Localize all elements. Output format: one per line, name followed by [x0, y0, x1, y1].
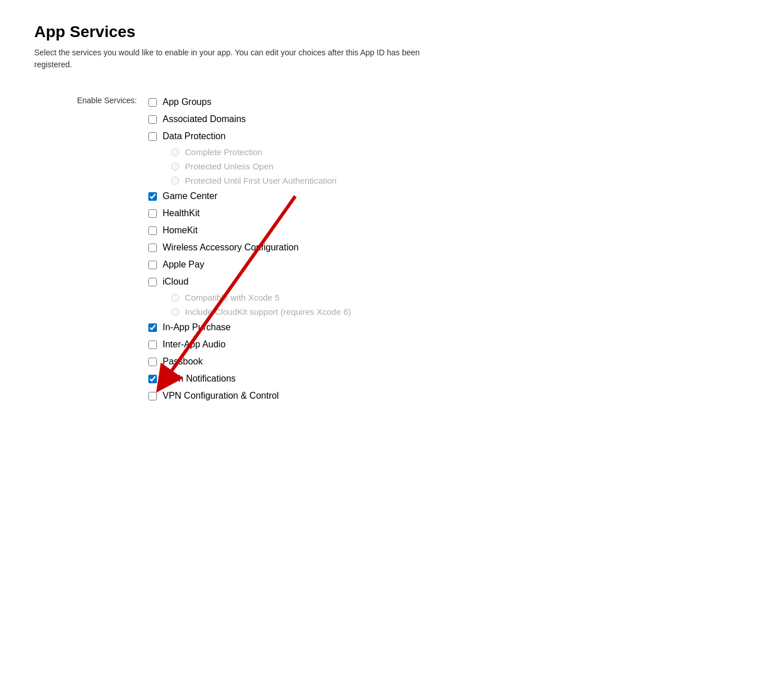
service-item-inter-app-audio: Inter-App Audio: [148, 336, 351, 353]
protected-until-auth-radio[interactable]: [171, 177, 179, 185]
game-center-checkbox[interactable]: [148, 192, 157, 201]
data-protection-checkbox[interactable]: [148, 132, 157, 141]
protected-unless-open-radio[interactable]: [171, 163, 179, 171]
app-groups-checkbox[interactable]: [148, 98, 157, 107]
service-item-vpn-config: VPN Configuration & Control: [148, 387, 351, 404]
homekit-label[interactable]: HomeKit: [163, 225, 197, 236]
compatible-xcode5-radio[interactable]: [171, 294, 179, 302]
in-app-purchase-label[interactable]: In-App Purchase: [163, 322, 231, 333]
healthkit-label[interactable]: HealthKit: [163, 208, 200, 218]
homekit-checkbox[interactable]: [148, 226, 157, 235]
protected-unless-open-label[interactable]: Protected Unless Open: [185, 161, 273, 171]
passbook-label[interactable]: Passbook: [163, 356, 203, 367]
data-protection-label[interactable]: Data Protection: [163, 131, 225, 141]
service-item-compatible-xcode5: Compatible with Xcode 5: [148, 290, 351, 305]
apple-pay-checkbox[interactable]: [148, 261, 157, 269]
services-list: App GroupsAssociated DomainsData Protect…: [148, 94, 351, 404]
service-item-in-app-purchase: In-App Purchase: [148, 319, 351, 336]
service-item-apple-pay: Apple Pay: [148, 256, 351, 273]
service-item-icloud: iCloud: [148, 273, 351, 290]
service-item-push-notifications: Push Notifications: [148, 370, 351, 387]
enable-services-label: Enable Services:: [34, 94, 148, 105]
service-item-data-protection: Data Protection: [148, 128, 351, 145]
include-cloudkit-label[interactable]: Include CloudKit support (requires Xcode…: [185, 307, 351, 317]
service-item-protected-until-auth: Protected Until First User Authenticatio…: [148, 173, 351, 188]
protected-until-auth-label[interactable]: Protected Until First User Authenticatio…: [185, 176, 337, 185]
service-item-game-center: Game Center: [148, 188, 351, 205]
vpn-config-label[interactable]: VPN Configuration & Control: [163, 391, 279, 401]
app-groups-label[interactable]: App Groups: [163, 97, 211, 107]
vpn-config-checkbox[interactable]: [148, 392, 157, 400]
service-item-include-cloudkit: Include CloudKit support (requires Xcode…: [148, 305, 351, 319]
page-description: Select the services you would like to en…: [34, 47, 434, 71]
associated-domains-label[interactable]: Associated Domains: [163, 114, 246, 124]
service-item-healthkit: HealthKit: [148, 205, 351, 222]
service-item-protected-unless-open: Protected Unless Open: [148, 159, 351, 173]
push-notifications-checkbox[interactable]: [148, 375, 157, 383]
passbook-checkbox[interactable]: [148, 358, 157, 366]
in-app-purchase-checkbox[interactable]: [148, 323, 157, 332]
service-item-associated-domains: Associated Domains: [148, 111, 351, 128]
icloud-checkbox[interactable]: [148, 278, 157, 286]
game-center-label[interactable]: Game Center: [163, 191, 217, 201]
service-item-app-groups: App Groups: [148, 94, 351, 111]
complete-protection-radio[interactable]: [171, 148, 179, 156]
icloud-label[interactable]: iCloud: [163, 277, 188, 287]
service-item-homekit: HomeKit: [148, 222, 351, 239]
include-cloudkit-radio[interactable]: [171, 308, 179, 316]
page-title: App Services: [34, 23, 750, 41]
compatible-xcode5-label[interactable]: Compatible with Xcode 5: [185, 293, 280, 302]
wireless-accessory-label[interactable]: Wireless Accessory Configuration: [163, 242, 298, 253]
complete-protection-label[interactable]: Complete Protection: [185, 147, 262, 157]
inter-app-audio-checkbox[interactable]: [148, 341, 157, 349]
healthkit-checkbox[interactable]: [148, 209, 157, 218]
push-notifications-label[interactable]: Push Notifications: [163, 374, 236, 384]
wireless-accessory-checkbox[interactable]: [148, 244, 157, 252]
service-item-wireless-accessory: Wireless Accessory Configuration: [148, 239, 351, 256]
associated-domains-checkbox[interactable]: [148, 115, 157, 124]
apple-pay-label[interactable]: Apple Pay: [163, 260, 204, 270]
inter-app-audio-label[interactable]: Inter-App Audio: [163, 339, 225, 350]
service-item-passbook: Passbook: [148, 353, 351, 370]
service-item-complete-protection: Complete Protection: [148, 145, 351, 159]
